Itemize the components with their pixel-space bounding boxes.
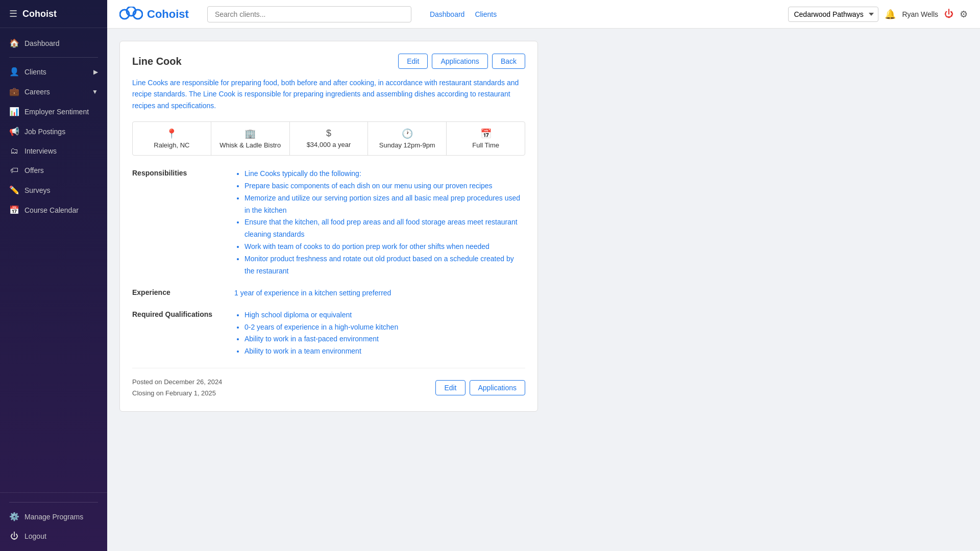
nav-divider-bottom <box>9 502 98 503</box>
topbar-search[interactable] <box>207 6 411 22</box>
clock-icon: 🕐 <box>402 128 413 139</box>
sidebar-item-manage-programs[interactable]: ⚙️ Manage Programs <box>0 507 107 527</box>
calendar-icon: 📅 <box>9 205 19 215</box>
topbar: Cohoist Dashboard Clients Cedarwood Path… <box>107 0 980 29</box>
sidebar-item-label: Offers <box>24 166 44 174</box>
edit-button-bottom[interactable]: Edit <box>435 380 465 395</box>
megaphone-icon: 📢 <box>9 127 19 136</box>
posted-date: Posted on December 26, 2024 <box>132 377 222 388</box>
sidebar-item-surveys[interactable]: ✏️ Surveys <box>0 180 107 200</box>
salary-icon: $ <box>326 128 331 139</box>
resp-item-0: Line Cooks typically do the following: <box>244 168 525 180</box>
chevron-down-icon: ▼ <box>92 88 98 95</box>
resp-item-1: Prepare basic components of each dish on… <box>244 180 525 192</box>
job-card-actions: Edit Applications Back <box>398 54 525 69</box>
job-title: Line Cook <box>132 56 182 67</box>
sidebar-item-interviews[interactable]: 🗂 Interviews <box>0 141 107 161</box>
qualifications-content: High school diploma or equivalent 0-2 ye… <box>234 309 525 358</box>
topbar-logo: Cohoist <box>119 7 189 22</box>
responsibilities-content: Line Cooks typically do the following: P… <box>234 168 525 277</box>
applications-button-bottom[interactable]: Applications <box>470 380 526 395</box>
job-card-header: Line Cook Edit Applications Back <box>132 54 525 69</box>
hamburger-icon[interactable]: ☰ <box>9 8 17 19</box>
username-label: Ryan Wells <box>902 10 938 18</box>
sidebar-bottom: ⚙️ Manage Programs ⏻ Logout <box>0 492 107 551</box>
sidebar-item-label: Interviews <box>24 147 57 155</box>
edit-button-top[interactable]: Edit <box>398 54 428 69</box>
resp-item-4: Work with team of cooks to do portion pr… <box>244 241 525 253</box>
experience-text: 1 year of experience in a kitchen settin… <box>234 287 525 298</box>
applications-button-top[interactable]: Applications <box>432 54 488 69</box>
offers-icon: 🏷 <box>9 166 19 175</box>
qual-item-3: Ability to work in a team environment <box>244 345 525 358</box>
topbar-logo-text: Cohoist <box>147 8 189 21</box>
sidebar-item-label: Manage Programs <box>24 513 83 521</box>
resp-item-3: Ensure that the kitchen, all food prep a… <box>244 216 525 241</box>
job-meta-employer-text: Whisk & Ladle Bistro <box>219 141 281 149</box>
resp-item-5: Monitor product freshness and rotate out… <box>244 253 525 278</box>
job-meta: 📍 Raleigh, NC 🏢 Whisk & Ladle Bistro $ $… <box>132 121 525 156</box>
sidebar-item-label: Job Postings <box>24 128 65 136</box>
job-meta-type-text: Full Time <box>472 141 499 149</box>
sidebar-item-careers[interactable]: 💼 Careers ▼ <box>0 82 107 102</box>
home-icon: 🏠 <box>9 38 19 48</box>
sidebar-item-job-postings[interactable]: 📢 Job Postings <box>0 121 107 141</box>
job-description: Line Cooks are responsible for preparing… <box>132 77 525 111</box>
manage-icon: ⚙️ <box>9 512 19 521</box>
qual-item-2: Ability to work in a fast-paced environm… <box>244 333 525 345</box>
interviews-icon: 🗂 <box>9 146 19 156</box>
logo-icon <box>119 7 143 22</box>
org-select[interactable]: Cedarwood Pathways <box>788 7 878 22</box>
qualifications-section: Required Qualifications High school dipl… <box>132 309 525 358</box>
sidebar-item-employer-sentiment[interactable]: 📊 Employer Sentiment <box>0 102 107 121</box>
job-meta-location-text: Raleigh, NC <box>154 141 189 149</box>
clients-icon: 👤 <box>9 67 19 77</box>
sidebar-item-label: Employer Sentiment <box>24 108 89 116</box>
job-card: Line Cook Edit Applications Back Line Co… <box>119 41 538 412</box>
power-button[interactable]: ⏻ <box>944 9 953 19</box>
responsibilities-label: Responsibilities <box>132 168 234 277</box>
topbar-nav: Dashboard Clients <box>430 10 497 18</box>
main-wrapper: Cohoist Dashboard Clients Cedarwood Path… <box>107 0 980 551</box>
topbar-right: Cedarwood Pathways 🔔 Ryan Wells ⏻ ⚙ <box>788 7 968 22</box>
sidebar-item-label: Surveys <box>24 186 51 194</box>
job-dates: Posted on December 26, 2024 Closing on F… <box>132 377 222 399</box>
sidebar: ☰ Cohoist 🏠 Dashboard 👤 Clients ▶ 💼 Care… <box>0 0 107 551</box>
job-meta-type: 📅 Full Time <box>447 122 525 155</box>
sidebar-item-logout[interactable]: ⏻ Logout <box>0 527 107 546</box>
careers-icon: 💼 <box>9 87 19 96</box>
employer-icon: 🏢 <box>244 128 256 139</box>
chevron-right-icon: ▶ <box>93 68 98 76</box>
search-input[interactable] <box>207 6 411 22</box>
closing-date: Closing on February 1, 2025 <box>132 388 222 399</box>
sidebar-item-label: Clients <box>24 68 46 76</box>
resp-item-2: Memorize and utilize our serving portion… <box>244 192 525 217</box>
chart-icon: 📊 <box>9 107 19 116</box>
sidebar-nav: 🏠 Dashboard 👤 Clients ▶ 💼 Careers ▼ 📊 Em… <box>0 28 107 492</box>
job-meta-schedule-text: Sunday 12pm-9pm <box>379 141 435 149</box>
sidebar-item-offers[interactable]: 🏷 Offers <box>0 161 107 180</box>
power-icon: ⏻ <box>9 532 19 541</box>
sidebar-item-dashboard[interactable]: 🏠 Dashboard <box>0 33 107 53</box>
nav-divider-1 <box>9 57 98 58</box>
surveys-icon: ✏️ <box>9 185 19 195</box>
bell-icon[interactable]: 🔔 <box>885 9 896 20</box>
back-button[interactable]: Back <box>492 54 525 69</box>
sidebar-logo: Cohoist <box>22 9 57 19</box>
dashboard-link[interactable]: Dashboard <box>430 10 465 18</box>
sidebar-item-course-calendar[interactable]: 📅 Course Calendar <box>0 200 107 220</box>
job-meta-employer: 🏢 Whisk & Ladle Bistro <box>211 122 290 155</box>
sidebar-header: ☰ Cohoist <box>0 0 107 28</box>
sidebar-item-label: Course Calendar <box>24 206 79 214</box>
experience-section: Experience 1 year of experience in a kit… <box>132 287 525 298</box>
experience-content: 1 year of experience in a kitchen settin… <box>234 287 525 298</box>
clients-link[interactable]: Clients <box>475 10 497 18</box>
settings-icon[interactable]: ⚙ <box>960 9 968 20</box>
job-meta-salary-text: $34,000 a year <box>307 141 351 148</box>
experience-label: Experience <box>132 287 234 298</box>
job-meta-location: 📍 Raleigh, NC <box>133 122 211 155</box>
qual-item-0: High school diploma or equivalent <box>244 309 525 321</box>
responsibilities-section: Responsibilities Line Cooks typically do… <box>132 168 525 277</box>
sidebar-item-label: Logout <box>24 532 46 540</box>
sidebar-item-clients[interactable]: 👤 Clients ▶ <box>0 62 107 82</box>
